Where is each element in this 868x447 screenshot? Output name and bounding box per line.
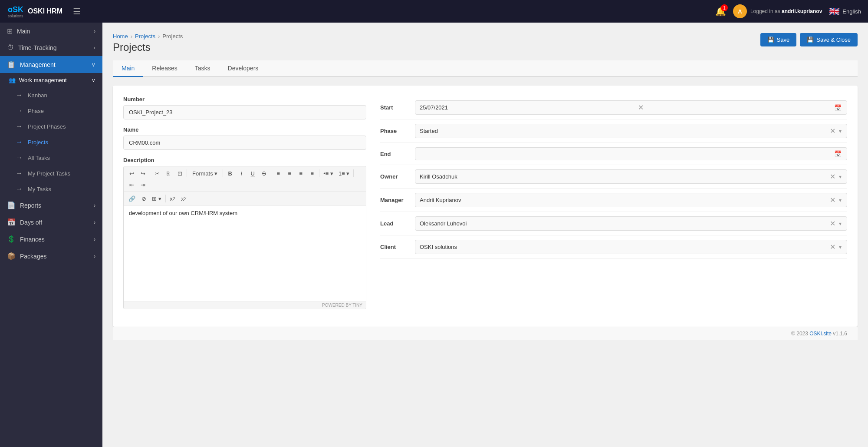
start-value: 25/07/2021 — [420, 104, 448, 111]
sidebar-item-packages[interactable]: 📦 Packages › — [0, 248, 102, 265]
number-input[interactable] — [123, 105, 366, 119]
manager-field-value: Andrii Kuprianov ✕ ▾ — [415, 193, 847, 207]
align-right-button[interactable]: ≡ — [296, 168, 306, 179]
sidebar-item-main[interactable]: ⊞ Main › — [0, 23, 102, 40]
chevron-right-icon: › — [94, 219, 95, 225]
end-calendar-button[interactable]: 📅 — [833, 150, 842, 157]
breadcrumb-home[interactable]: Home — [113, 33, 128, 40]
lead-dropdown-button[interactable]: ▾ — [838, 221, 842, 227]
sidebar-item-projects[interactable]: → Projects — [0, 134, 102, 150]
lead-clear-button[interactable]: ✕ — [829, 219, 836, 228]
tab-developers[interactable]: Developers — [219, 60, 267, 77]
sidebar-label-days-off: Days off — [20, 219, 42, 226]
paste-button[interactable]: ⊡ — [174, 168, 185, 179]
logo: oSKi solutions OSKI HRM — [7, 3, 62, 20]
table-button[interactable]: ⊞ ▾ — [150, 193, 164, 204]
sidebar-item-finances[interactable]: 💲 Finances › — [0, 231, 102, 248]
sidebar-item-my-tasks[interactable]: → My Tasks — [0, 181, 102, 197]
superscript-button[interactable]: x2 — [168, 193, 178, 204]
bullet-list-button[interactable]: •≡ ▾ — [321, 168, 335, 179]
owner-clear-button[interactable]: ✕ — [829, 172, 836, 181]
underline-button[interactable]: U — [247, 168, 258, 179]
page-header: Home › Projects › Projects Projects 💾 Sa… — [113, 33, 858, 53]
save-button[interactable]: 💾 Save — [760, 33, 797, 46]
sidebar-label-project-phases: Project Phases — [28, 123, 66, 130]
footer-link[interactable]: OSKI.site — [809, 331, 832, 337]
phase-clear-button[interactable]: ✕ — [829, 127, 836, 135]
editor-footer: POWERED BY TINY — [124, 301, 366, 309]
toolbar-separator2 — [187, 169, 187, 177]
tab-tasks[interactable]: Tasks — [186, 60, 219, 77]
sidebar-item-time-tracking[interactable]: ⏱ Time-Tracking › — [0, 40, 102, 56]
avatar: A — [733, 4, 747, 18]
indent-increase-button[interactable]: ⇥ — [138, 179, 148, 190]
sidebar-item-kanban[interactable]: → Kanban — [0, 87, 102, 103]
sidebar-item-my-project-tasks[interactable]: → My Project Tasks — [0, 166, 102, 181]
lead-field-row: Lead Oleksandr Luhovoi ✕ ▾ — [380, 212, 847, 235]
manager-dropdown-button[interactable]: ▾ — [838, 197, 842, 203]
sidebar-item-reports[interactable]: 📄 Reports › — [0, 197, 102, 214]
indent-decrease-button[interactable]: ⇤ — [126, 179, 137, 190]
bold-button[interactable]: B — [225, 168, 235, 179]
formats-button[interactable]: Formats ▾ — [189, 168, 221, 179]
owner-dropdown-button[interactable]: ▾ — [838, 174, 842, 180]
owner-value: Kirill Osadchuk — [420, 173, 457, 180]
toolbar-separator5 — [319, 169, 319, 177]
sidebar-item-days-off[interactable]: 📅 Days off › — [0, 214, 102, 231]
svg-text:solutions: solutions — [8, 14, 23, 18]
align-center-button[interactable]: ≡ — [284, 168, 295, 179]
name-input[interactable] — [123, 136, 366, 150]
packages-icon: 📦 — [7, 252, 16, 260]
align-justify-button[interactable]: ≡ — [307, 168, 317, 179]
sidebar-item-work-management[interactable]: 👥 Work management ∨ — [0, 73, 102, 87]
phase-dropdown-button[interactable]: ▾ — [838, 128, 842, 134]
reports-icon: 📄 — [7, 201, 16, 209]
copy-button[interactable]: ⎘ — [163, 168, 174, 179]
editor-body[interactable]: development of our own CRM/HRM system — [124, 205, 366, 301]
manager-clear-button[interactable]: ✕ — [829, 196, 836, 204]
header-actions: 💾 Save 💾 Save & Close — [760, 33, 858, 46]
main-icon: ⊞ — [7, 27, 13, 35]
subscript-button[interactable]: x2 — [179, 193, 189, 204]
number-label: Number — [123, 96, 366, 103]
italic-button[interactable]: I — [236, 168, 247, 179]
start-calendar-button[interactable]: 📅 — [833, 104, 842, 111]
toolbar-separator4 — [271, 169, 271, 177]
sidebar-item-management[interactable]: 📋 Management ∨ — [0, 56, 102, 73]
undo-button[interactable]: ↩ — [126, 168, 137, 179]
notification-bell[interactable]: 🔔 1 — [715, 6, 726, 17]
footer: © 2023 OSKI.site v1.1.6 — [113, 327, 858, 340]
tab-releases[interactable]: Releases — [143, 60, 186, 77]
cut-button[interactable]: ✂ — [152, 168, 162, 179]
client-label: Client — [380, 244, 415, 250]
sidebar-item-all-tasks[interactable]: → All Tasks — [0, 150, 102, 166]
phase-label: Phase — [380, 128, 415, 134]
chevron-down-icon: ∨ — [92, 62, 95, 68]
client-clear-button[interactable]: ✕ — [829, 243, 836, 251]
owner-field-row: Owner Kirill Osadchuk ✕ ▾ — [380, 165, 847, 189]
start-clear-button[interactable]: ✕ — [637, 103, 644, 112]
hamburger-icon[interactable]: ☰ — [73, 6, 81, 17]
sidebar-label-time-tracking: Time-Tracking — [18, 44, 56, 51]
number-field-group: Number — [123, 96, 366, 119]
end-field-value: 📅 — [415, 147, 847, 160]
breadcrumb-projects[interactable]: Projects — [135, 33, 155, 40]
save-close-button[interactable]: 💾 Save & Close — [800, 33, 858, 46]
link-button[interactable]: 🔗 — [126, 193, 138, 204]
align-left-button[interactable]: ≡ — [273, 168, 283, 179]
tabs: Main Releases Tasks Developers — [113, 60, 858, 77]
arrow-right-icon: → — [16, 123, 23, 130]
content-area: Home › Projects › Projects Projects 💾 Sa… — [102, 23, 868, 447]
tab-main[interactable]: Main — [113, 60, 143, 77]
language-selector[interactable]: 🇬🇧 English — [829, 6, 861, 17]
sidebar-item-phase[interactable]: → Phase — [0, 103, 102, 119]
notification-badge: 1 — [721, 4, 728, 11]
strikethrough-button[interactable]: S — [259, 168, 269, 179]
number-list-button[interactable]: 1≡ ▾ — [336, 168, 352, 179]
breadcrumb-sep: › — [131, 33, 132, 40]
page-title: Projects — [113, 41, 183, 53]
remove-link-button[interactable]: ⊘ — [138, 193, 149, 204]
redo-button[interactable]: ↪ — [138, 168, 148, 179]
sidebar-item-project-phases[interactable]: → Project Phases — [0, 119, 102, 134]
client-dropdown-button[interactable]: ▾ — [838, 244, 842, 250]
